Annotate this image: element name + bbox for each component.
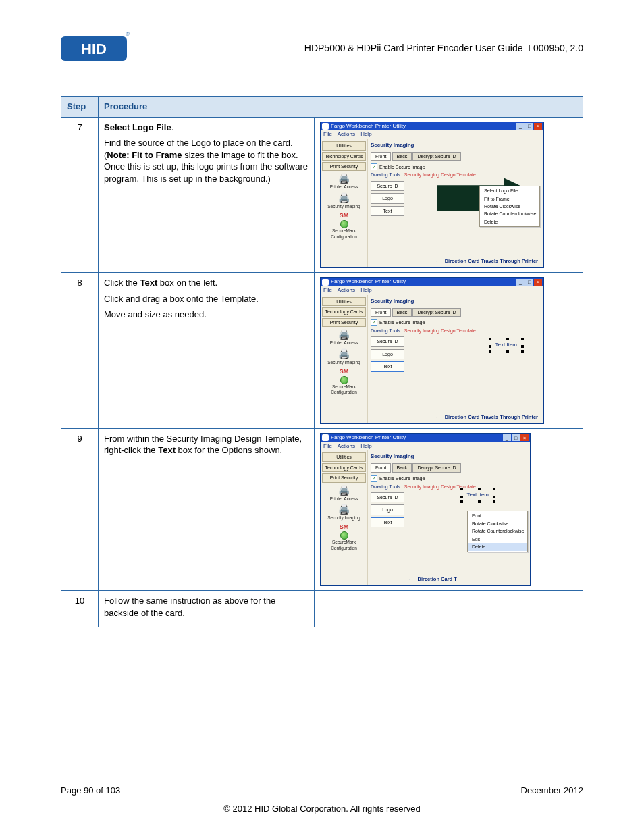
enable-checkbox[interactable]: ✓ [371, 319, 377, 326]
status-dot-icon [340, 220, 348, 228]
enable-checkbox[interactable]: ✓ [371, 163, 377, 170]
secure-id-button[interactable]: Secure ID [371, 181, 404, 191]
design-canvas[interactable]: Select Logo File Fit to Frame Rotate Clo… [415, 172, 539, 259]
enable-checkbox[interactable]: ✓ [371, 475, 377, 482]
app-icon [322, 279, 329, 286]
close-button[interactable]: × [534, 279, 542, 286]
ctx-item-delete[interactable]: Delete [468, 543, 527, 550]
close-button[interactable]: × [534, 123, 542, 130]
logo-button[interactable]: Logo [371, 349, 404, 359]
tab-front[interactable]: Front [371, 463, 391, 472]
sidebar-label-securemark: SecureMark Configuration [322, 540, 366, 552]
sidebar-item-tech-cards[interactable]: Technology Cards [322, 463, 366, 472]
sidebar-label-securemark: SecureMark Configuration [322, 228, 366, 240]
menu-actions[interactable]: Actions [338, 443, 355, 449]
drawing-tools-label: Drawing Tools [371, 328, 400, 334]
procedure-text: Click the Text box on the left. Click an… [99, 273, 315, 429]
ctx-item-rotate-cw[interactable]: Rotate Clockwise [468, 520, 527, 527]
secure-id-button[interactable]: Secure ID [371, 492, 404, 502]
sidebar-item-tech-cards[interactable]: Technology Cards [322, 152, 366, 161]
menu-help[interactable]: Help [360, 443, 371, 449]
tab-back[interactable]: Back [392, 308, 412, 317]
sidebar-item-print-security[interactable]: Print Security [322, 162, 366, 171]
sidebar-label-security-imaging: Security Imaging [322, 204, 366, 210]
page-footer: Page 90 of 103 December 2012 © 2012 HID … [61, 785, 583, 814]
ctx-item-edit[interactable]: Edit [468, 536, 527, 543]
design-canvas[interactable]: Text Item [415, 328, 539, 415]
text-button[interactable]: Text [371, 206, 404, 216]
minimize-button[interactable]: _ [516, 279, 525, 286]
step-number: 8 [61, 273, 99, 429]
main-panel: Security Imaging Front Back Decrypt Secu… [368, 295, 543, 423]
panel-heading: Security Imaging [371, 142, 541, 149]
sidebar-item-utilities[interactable]: Utilities [322, 141, 366, 150]
text-button[interactable]: Text [371, 517, 404, 527]
sm-icon: SM [322, 524, 366, 530]
maximize-button[interactable]: □ [512, 434, 520, 441]
menu-file[interactable]: File [323, 131, 332, 137]
sidebar: Utilities Technology Cards Print Securit… [321, 295, 368, 423]
sidebar-item-utilities[interactable]: Utilities [322, 452, 366, 461]
tab-back[interactable]: Back [392, 152, 412, 161]
tab-decrypt[interactable]: Decrypt Secure ID [412, 463, 460, 472]
tab-decrypt[interactable]: Decrypt Secure ID [412, 152, 460, 161]
panel-heading: Security Imaging [371, 453, 527, 461]
printer-icon: 🖨️ [322, 174, 366, 183]
sidebar-item-utilities[interactable]: Utilities [322, 297, 366, 306]
menu-help[interactable]: Help [360, 131, 371, 137]
ctx-item-font[interactable]: Font [468, 512, 527, 519]
sidebar-item-print-security[interactable]: Print Security [322, 318, 366, 327]
printer-icon: 🖨️ [322, 349, 366, 359]
ctx-item-select-logo[interactable]: Select Logo File [480, 187, 539, 194]
text-button[interactable]: Text [371, 361, 404, 371]
tab-front[interactable]: Front [371, 308, 391, 317]
page-header: HID ® HDP5000 & HDPii Card Printer Encod… [61, 34, 583, 62]
menu-help[interactable]: Help [360, 287, 371, 293]
logo-button[interactable]: Logo [371, 193, 404, 203]
close-button[interactable]: × [520, 434, 529, 441]
minimize-button[interactable]: _ [503, 434, 511, 441]
drawing-tools-label: Drawing Tools [371, 484, 400, 490]
ctx-item-rotate-ccw[interactable]: Rotate Counterclockwise [468, 527, 527, 535]
window-titlebar: Fargo Workbench Printer Utility _ □ × [321, 122, 543, 131]
direction-label: Direction Card Travels Through Printer [435, 414, 538, 421]
menu-file[interactable]: File [323, 287, 332, 293]
tab-front[interactable]: Front [371, 152, 391, 161]
logo-button[interactable]: Logo [371, 504, 404, 515]
maximize-button[interactable]: □ [525, 279, 533, 286]
doc-title: HDP5000 & HDPii Card Printer Encoder Use… [304, 43, 583, 53]
secure-id-button[interactable]: Secure ID [371, 336, 404, 346]
tab-decrypt[interactable]: Decrypt Secure ID [412, 308, 460, 317]
step-number: 10 [61, 591, 99, 627]
text-item-box[interactable]: Text Item [462, 489, 494, 502]
table-row: 10 Follow the same instruction as above … [61, 591, 583, 627]
menu-file[interactable]: File [323, 443, 332, 449]
ctx-item-fit-to-frame[interactable]: Fit to Frame [480, 195, 539, 203]
sidebar-item-tech-cards[interactable]: Technology Cards [322, 307, 366, 316]
ctx-item-rotate-cw[interactable]: Rotate Clockwise [480, 203, 539, 210]
table-row: 7 Select Logo File. Find the source of t… [61, 117, 583, 273]
direction-label: Direction Card Travels Through Printer [435, 258, 538, 265]
menu-actions[interactable]: Actions [338, 131, 355, 137]
text-item-box[interactable]: Text Item [490, 339, 522, 352]
menu-actions[interactable]: Actions [338, 287, 355, 293]
maximize-button[interactable]: □ [525, 123, 533, 130]
sidebar-item-print-security[interactable]: Print Security [322, 473, 366, 482]
screenshot-cell: Fargo Workbench Printer Utility _ □ × Fi… [315, 273, 583, 429]
ctx-item-rotate-ccw[interactable]: Rotate Counterclockwise [480, 210, 539, 217]
design-canvas[interactable]: Text Item [415, 483, 526, 571]
sidebar-label-printer-access: Printer Access [322, 340, 366, 346]
app-window: Fargo Workbench Printer Utility _ □ × Fi… [320, 433, 531, 587]
tab-back[interactable]: Back [392, 463, 412, 472]
sidebar-label-printer-access: Printer Access [322, 184, 366, 190]
drawing-tools-label: Drawing Tools [371, 172, 400, 178]
sidebar-label-printer-access: Printer Access [322, 496, 366, 502]
enable-label: Enable Secure Image [379, 164, 425, 170]
context-menu: Select Logo File Fit to Frame Rotate Clo… [479, 186, 540, 227]
col-header-procedure: Procedure [99, 97, 583, 118]
sidebar-label-security-imaging: Security Imaging [322, 360, 366, 366]
ctx-item-delete[interactable]: Delete [480, 218, 539, 226]
printer-icon: 🖨️ [322, 504, 366, 514]
minimize-button[interactable]: _ [516, 123, 525, 130]
sm-icon: SM [322, 369, 366, 375]
